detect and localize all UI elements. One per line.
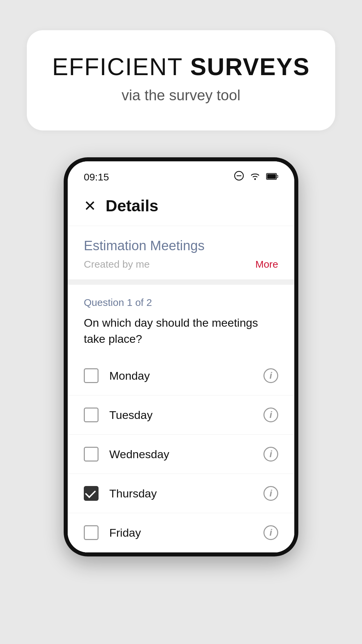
question-counter: Question 1 of 2 [84,297,278,308]
info-icon-friday[interactable]: i [263,525,278,540]
checkbox-thursday[interactable] [84,486,99,501]
status-time: 09:15 [84,171,109,183]
option-friday[interactable]: Friday i [68,513,294,552]
svg-rect-4 [267,174,276,179]
hero-title: EFFICIENT SURVEYS [52,54,310,80]
status-icons [234,171,278,183]
option-label-monday: Monday [109,369,150,382]
option-left-wednesday: Wednesday [84,447,169,462]
checkbox-tuesday[interactable] [84,408,99,422]
option-label-wednesday: Wednesday [109,448,169,461]
status-bar: 09:15 [68,161,294,189]
option-tuesday[interactable]: Tuesday i [68,395,294,435]
hero-card: EFFICIENT SURVEYS via the survey tool [27,30,335,130]
survey-meta-row: Created by me More [84,259,278,270]
option-label-tuesday: Tuesday [109,409,153,422]
option-left-friday: Friday [84,525,141,540]
hero-subtitle: via the survey tool [122,87,241,104]
info-icon-monday[interactable]: i [263,368,278,383]
wifi-icon [249,172,261,182]
question-text: On which day should the meetings take pl… [84,315,278,347]
phone-frame: 09:15 [64,157,298,556]
checkbox-monday[interactable] [84,368,99,383]
phone-screen: 09:15 [68,161,294,552]
option-wednesday[interactable]: Wednesday i [68,435,294,474]
checkbox-wednesday[interactable] [84,447,99,462]
phone-wrapper: 09:15 [64,157,298,556]
options-list: Monday i Tuesday i [68,356,294,552]
survey-header: Estimation Meetings Created by me More [68,226,294,279]
survey-title: Estimation Meetings [84,238,278,253]
survey-meta: Created by me [84,259,150,270]
page-title: Details [106,197,158,215]
option-label-thursday: Thursday [109,487,157,500]
section-divider [68,279,294,285]
hero-title-bold: SURVEYS [190,53,310,80]
dnd-icon [234,171,244,183]
option-thursday[interactable]: Thursday i [68,474,294,513]
hero-title-normal: EFFICIENT [52,53,183,80]
content-area: Estimation Meetings Created by me More Q… [68,226,294,552]
option-label-friday: Friday [109,526,141,539]
option-left-tuesday: Tuesday [84,408,153,422]
top-bar: ✕ Details [68,189,294,226]
info-icon-wednesday[interactable]: i [263,447,278,462]
option-left-monday: Monday [84,368,150,383]
info-icon-thursday[interactable]: i [263,486,278,501]
more-link[interactable]: More [255,259,278,270]
close-icon[interactable]: ✕ [84,199,96,213]
battery-icon [266,173,278,181]
option-monday[interactable]: Monday i [68,356,294,395]
option-left-thursday: Thursday [84,486,157,501]
checkbox-friday[interactable] [84,525,99,540]
info-icon-tuesday[interactable]: i [263,408,278,422]
svg-point-2 [254,178,256,180]
question-section: Question 1 of 2 On which day should the … [68,285,294,356]
